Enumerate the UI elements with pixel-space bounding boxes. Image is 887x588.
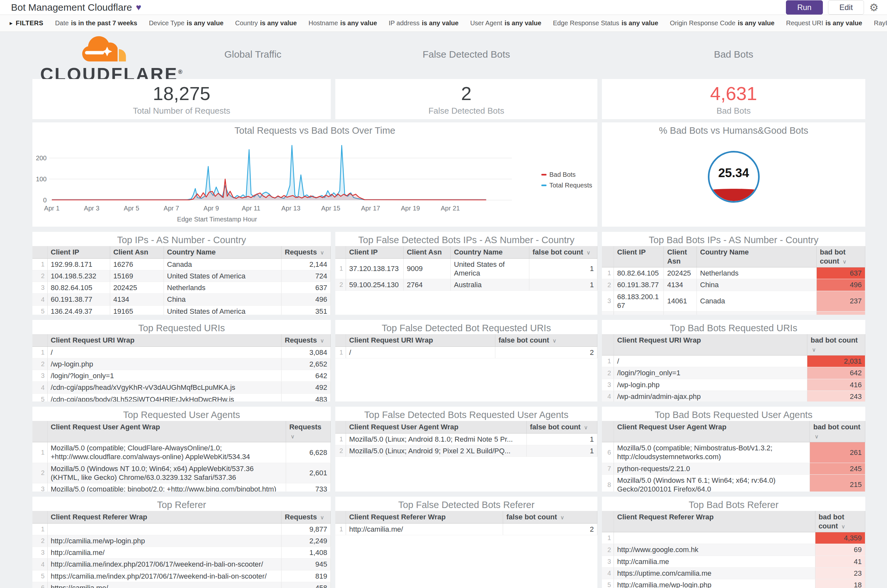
table-cell[interactable]: http://camilia.me/wp-login.php xyxy=(47,535,281,546)
count-cell[interactable]: 1,408 xyxy=(281,547,331,558)
filter-user-agent[interactable]: User Agentis any value xyxy=(470,20,541,27)
count-cell[interactable]: 642 xyxy=(281,370,331,382)
table-cell[interactable]: Mozilla/5.0 (Windows NT 6.1; Win64; x64;… xyxy=(614,474,810,492)
table-cell[interactable]: 60.191.38.77 xyxy=(47,294,110,305)
table-row[interactable]: 2http://camilia.me/wp-login.php2,249 xyxy=(32,535,331,546)
table-cell[interactable]: 4134 xyxy=(664,279,697,291)
table-cell[interactable]: Mozilla/5.0 (compatible; bingbot/2.0; +h… xyxy=(47,483,286,492)
table-row[interactable]: 3/wp-login.php416 xyxy=(602,379,865,390)
table-cell[interactable]: 61.160.221.73 xyxy=(614,312,664,315)
count-column-header[interactable]: false bot count ∨ xyxy=(529,246,597,258)
table-cell[interactable]: Netherlands xyxy=(697,267,817,279)
table-cell[interactable]: 192.99.8.171 xyxy=(47,258,110,270)
count-column-header[interactable]: Requests ∨ xyxy=(286,421,331,442)
table-cell[interactable]: python-requests/2.21.0 xyxy=(614,463,810,474)
table-row[interactable]: 6Mozilla/5.0 (compatible; Nimbostratus-B… xyxy=(602,442,865,463)
table-row[interactable]: 4https://uptime.com/camilia.me23 xyxy=(602,567,865,579)
count-cell[interactable]: 2,144 xyxy=(281,258,331,270)
table-cell[interactable]: China xyxy=(164,294,281,305)
table-row[interactable]: 8Mozilla/5.0 (Windows NT 6.1; Win64; x64… xyxy=(602,474,865,492)
filter-hostname[interactable]: Hostnameis any value xyxy=(308,20,377,27)
table-row[interactable]: 260.191.38.774134China496 xyxy=(602,279,865,291)
column-header[interactable]: Client Request User Agent Wrap xyxy=(614,421,810,442)
count-cell[interactable]: 733 xyxy=(286,483,331,492)
table-row[interactable]: 1/3,084 xyxy=(32,346,331,358)
table-cell[interactable]: /cdn-cgi/apps/head/xVgyKhR-vV3dAUGhMqfBc… xyxy=(47,382,281,393)
count-cell[interactable]: 496 xyxy=(281,294,331,305)
count-cell[interactable]: 1 xyxy=(529,279,597,291)
column-header[interactable]: Client Request URI Wrap xyxy=(47,334,281,346)
filter-rayid[interactable]: RayIDis any value xyxy=(874,20,887,27)
table-row[interactable]: 1192.99.8.17116276Canada2,144 xyxy=(32,258,331,270)
count-cell[interactable]: 69 xyxy=(815,544,865,556)
column-header[interactable]: Client IP xyxy=(614,246,664,267)
table-cell[interactable]: 136.24.49.37 xyxy=(47,305,110,315)
table-cell[interactable]: 16276 xyxy=(110,258,164,270)
table-cell[interactable]: Canada xyxy=(164,258,281,270)
table-cell[interactable]: Netherlands xyxy=(164,282,281,294)
filter-origin-response-code[interactable]: Origin Response Codeis any value xyxy=(670,20,774,27)
count-column-header[interactable]: Requests ∨ xyxy=(281,511,331,523)
count-cell[interactable]: 243 xyxy=(807,390,865,402)
table-row[interactable]: 19,877 xyxy=(32,523,331,535)
table-cell[interactable]: 68.183.200.167 xyxy=(614,291,664,312)
table-cell[interactable]: United States of America xyxy=(451,258,529,279)
count-column-header[interactable]: Requests ∨ xyxy=(281,246,331,258)
table-row[interactable]: 259.100.254.1302764Australia1 xyxy=(335,279,597,291)
table-row[interactable]: 3http://camilia.me/1,408 xyxy=(32,547,331,558)
table-cell[interactable]: /login/?login_only=1 xyxy=(47,370,281,382)
table-cell[interactable]: https://camilia.me/ xyxy=(47,582,281,588)
table-cell[interactable]: Mozilla/5.0 (compatible; CloudFlare-Alwa… xyxy=(47,442,286,463)
table-row[interactable]: 2Mozilla/5.0 (Windows NT 10.0; Win64; x6… xyxy=(32,463,331,483)
count-cell[interactable]: 819 xyxy=(281,570,331,582)
table-cell[interactable]: http://camilia.me/wp-login.php xyxy=(614,579,815,588)
count-cell[interactable]: 1 xyxy=(529,258,597,279)
table-cell[interactable]: 4134 xyxy=(110,294,164,305)
count-column-header[interactable]: Requests ∨ xyxy=(281,334,331,346)
table-cell[interactable]: http://camilia.me/ xyxy=(47,547,281,558)
count-cell[interactable]: 2 xyxy=(503,523,597,535)
count-cell[interactable]: 492 xyxy=(281,382,331,393)
table-row[interactable]: 7python-requests/2.21.0245 xyxy=(602,463,865,474)
table-row[interactable]: 3/login/?login_only=1642 xyxy=(32,370,331,382)
column-header[interactable]: Client IP xyxy=(346,246,403,258)
table-cell[interactable]: 202425 xyxy=(110,282,164,294)
table-row[interactable]: 4http://camilia.me/index.php/2017/06/17/… xyxy=(32,558,331,570)
table-row[interactable]: 180.82.64.105202425Netherlands637 xyxy=(602,267,865,279)
table-cell[interactable]: China xyxy=(697,312,817,315)
count-cell[interactable]: 245 xyxy=(810,463,865,474)
count-cell[interactable]: 41 xyxy=(815,556,865,567)
table-row[interactable]: 3http://camilia.me41 xyxy=(602,556,865,567)
table-row[interactable]: 368.183.200.16714061Canada237 xyxy=(602,291,865,312)
table-cell[interactable]: Mozilla/5.0 (Windows NT 10.0; Win64; x64… xyxy=(47,463,286,483)
table-row[interactable]: 460.191.38.774134China496 xyxy=(32,294,331,305)
table-cell[interactable]: /wp-login.php xyxy=(47,358,281,370)
count-cell[interactable]: 144 xyxy=(816,312,865,315)
table-cell[interactable]: http://www.google.com.hk xyxy=(614,544,815,556)
table-cell[interactable] xyxy=(614,532,815,544)
filter-date[interactable]: Dateis in the past 7 weeks xyxy=(55,20,137,27)
table-row[interactable]: 380.82.64.105202425Netherlands637 xyxy=(32,282,331,294)
count-cell[interactable]: 1 xyxy=(526,445,597,456)
table-cell[interactable]: United States of America xyxy=(164,305,281,315)
count-cell[interactable]: 351 xyxy=(281,305,331,315)
count-column-header[interactable]: false bot count ∨ xyxy=(495,334,597,346)
table-cell[interactable]: Mozilla/5.0 (Linux; Android 9; Pixel 2 X… xyxy=(346,445,526,456)
table-row[interactable]: 6https://camilia.me/458 xyxy=(32,582,331,588)
count-cell[interactable]: 2,601 xyxy=(286,463,331,483)
column-header[interactable]: Client Asn xyxy=(664,246,697,267)
count-cell[interactable]: 23 xyxy=(815,567,865,579)
table-row[interactable]: 4/wp-admin/admin-ajax.php243 xyxy=(602,390,865,402)
table-row[interactable]: 1/2,031 xyxy=(602,356,865,367)
table-row[interactable]: 5http://camilia.me/wp-login.php18 xyxy=(602,579,865,588)
table-cell[interactable]: 37.120.138.173 xyxy=(346,258,403,279)
filter-country[interactable]: Countryis any value xyxy=(235,20,297,27)
count-cell[interactable]: 9,877 xyxy=(281,523,331,535)
table-cell[interactable]: / xyxy=(47,346,281,358)
table-row[interactable]: 2/login/?login_only=1642 xyxy=(602,367,865,379)
column-header[interactable]: Client Asn xyxy=(110,246,164,258)
table-cell[interactable]: 9009 xyxy=(403,258,451,279)
table-cell[interactable]: 19165 xyxy=(110,305,164,315)
column-header[interactable]: Country Name xyxy=(164,246,281,258)
table-row[interactable]: 1Mozilla/5.0 (compatible; CloudFlare-Alw… xyxy=(32,442,331,463)
